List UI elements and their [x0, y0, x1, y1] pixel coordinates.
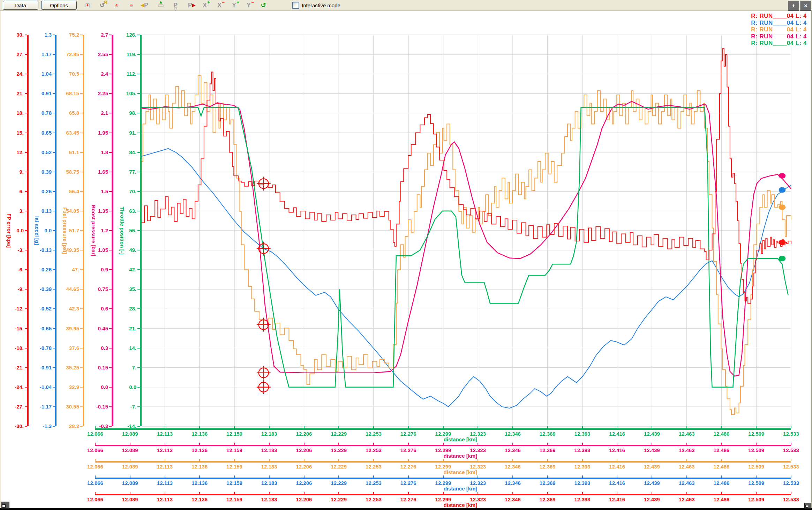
x-tick-label: 12.323: [466, 431, 490, 437]
y-axis-line-fp_error[interactable]: [27, 35, 29, 426]
x-tick-label: 12.509: [744, 496, 768, 502]
y-axis-line-throttle[interactable]: [140, 35, 142, 426]
y-axis-tick: [137, 93, 140, 94]
x-tick-label: 12.416: [605, 447, 629, 453]
y-tick-label: 42.: [115, 267, 136, 272]
x-tick-label: 12.346: [501, 431, 525, 437]
y-axis-line-lat_accel[interactable]: [55, 35, 57, 426]
x-axis-tick: [478, 443, 478, 445]
x-tick-label: 12.159: [223, 496, 246, 502]
x-tick-label: 12.509: [744, 464, 768, 470]
x-tick-label: 12.113: [153, 480, 177, 486]
y-tick-label: 119.: [115, 51, 136, 57]
x-axis-tick: [130, 475, 130, 478]
resize-grip-right-icon[interactable]: [804, 503, 811, 509]
y-tick-label: -27.: [3, 404, 24, 410]
y-axis-tick: [109, 191, 112, 192]
x-axis-tick: [617, 459, 617, 461]
y-tick-label: 47.: [58, 267, 79, 272]
x-axis-line[interactable]: [95, 494, 791, 495]
y-axis-tick: [80, 74, 83, 74]
end-marker-fuel_pressure: [779, 204, 785, 210]
x-axis-tick: [130, 426, 130, 428]
x-axis-tick: [338, 475, 339, 478]
x-axis-tick: [373, 475, 374, 478]
x-axis-tick: [338, 443, 339, 445]
y-tick-label: 32.9: [58, 384, 79, 390]
x-tick-label: 12.463: [675, 480, 699, 486]
y-axis-tick: [25, 348, 27, 348]
end-marker-boost_pressure: [779, 173, 785, 179]
y-axis-line-fuel_pressure[interactable]: [83, 35, 84, 426]
y-axis-tick: [25, 289, 27, 290]
x-axis-tick: [686, 475, 687, 478]
x-axis-tick: [617, 443, 617, 445]
y-tick-label: 75.2: [58, 32, 79, 38]
x-axis-line[interactable]: [95, 461, 791, 463]
x-axis-tick: [652, 492, 652, 494]
x-axis-tick: [721, 475, 722, 478]
x-tick-label: 12.463: [675, 431, 699, 437]
y-axis-tick: [53, 230, 55, 231]
y-tick-label: 0.39: [31, 169, 52, 175]
x-tick-label: 12.533: [779, 464, 803, 470]
x-axis-tick: [269, 443, 270, 445]
y-axis-tick: [137, 348, 140, 348]
y-axis-tick: [109, 250, 112, 250]
x-tick-label: 12.253: [362, 447, 385, 453]
x-tick-label: 12.533: [779, 496, 803, 502]
y-axis-tick: [80, 133, 83, 133]
x-axis-line[interactable]: [95, 478, 791, 479]
x-tick-label: 12.229: [327, 496, 351, 502]
y-tick-label: 30.: [3, 32, 24, 38]
y-axis-tick: [109, 35, 112, 35]
x-axis-tick: [338, 459, 339, 461]
y-tick-label: -9.: [3, 286, 24, 292]
legend-entry: R: RUN____04 L: 4: [723, 26, 807, 33]
x-tick-label: 12.369: [536, 464, 559, 470]
y-tick-label: 28.2: [58, 423, 79, 429]
y-axis-tick: [80, 328, 83, 329]
y-axis-tick: [25, 406, 27, 407]
x-tick-label: 12.276: [397, 431, 420, 437]
y-tick-label: -7.: [115, 404, 136, 410]
x-tick-label: 12.253: [362, 480, 385, 486]
x-tick-label: 12.299: [431, 464, 455, 470]
y-tick-label: 44.65: [58, 286, 79, 292]
y-axis-tick: [80, 387, 83, 388]
resize-grip-left-icon[interactable]: [1, 502, 9, 509]
y-axis-tick: [25, 308, 27, 309]
x-tick-label: 12.253: [362, 496, 385, 502]
x-axis-tick: [547, 443, 548, 445]
x-axis-tick: [652, 426, 652, 428]
y-tick-label: 35.25: [58, 365, 79, 370]
y-axis-tick: [80, 152, 83, 153]
y-tick-label: 3.: [3, 208, 24, 214]
x-axis-line[interactable]: [95, 445, 791, 446]
y-axis-tick: [109, 133, 112, 133]
y-axis-tick: [109, 406, 112, 407]
y-tick-label: 37.6: [58, 345, 79, 351]
x-axis-tick: [408, 492, 409, 494]
x-axis-tick: [234, 492, 235, 494]
x-axis-tick: [756, 426, 757, 428]
x-axis-line[interactable]: [95, 428, 791, 430]
y-tick-label: -6.: [3, 267, 24, 272]
x-axis-tick: [95, 492, 96, 494]
x-tick-label: 12.299: [431, 447, 455, 453]
x-tick-label: 12.393: [571, 496, 594, 502]
x-axis-tick: [791, 426, 791, 428]
y-tick-label: 1.2: [87, 227, 108, 233]
y-tick-label: -0.78: [31, 345, 52, 351]
x-axis-title: distance [km]: [433, 469, 488, 475]
x-axis-tick: [443, 475, 444, 478]
y-tick-label: 27.: [3, 51, 24, 57]
x-axis-tick: [791, 475, 791, 478]
y-tick-label: 2.1: [87, 110, 108, 116]
x-axis-tick: [269, 475, 270, 478]
x-axis-tick: [304, 426, 304, 428]
y-axis-tick: [53, 426, 55, 427]
y-axis-line-boost_pressure[interactable]: [112, 35, 113, 426]
y-tick-label: 0.13: [31, 208, 52, 214]
x-tick-label: 12.463: [675, 464, 699, 470]
